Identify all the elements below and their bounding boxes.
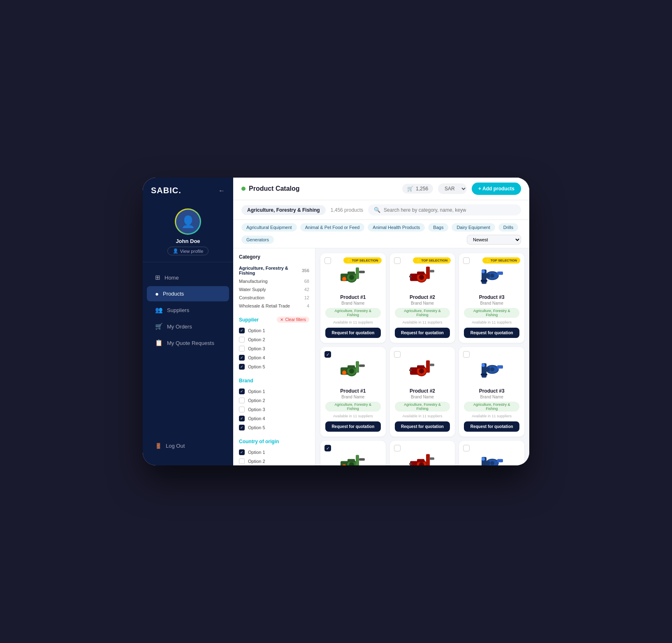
rfq-button-1-2[interactable]: Request for quotation [395, 328, 450, 338]
filter-tag-drills[interactable]: Drills [498, 223, 518, 231]
product-brand-2-3: Brand Name [464, 395, 519, 399]
svg-point-41 [482, 364, 485, 367]
svg-point-27 [342, 371, 346, 375]
supplier-checkbox-4[interactable] [239, 355, 245, 361]
svg-rect-38 [497, 365, 503, 369]
brand-option-4[interactable]: Option 4 [239, 414, 309, 423]
product-category-1-2: Agriculture, Forestry & Fishing [395, 308, 450, 318]
supplier-checkbox-2[interactable] [239, 337, 245, 342]
category-row-manufacturing[interactable]: Manufacturing 68 [239, 277, 309, 285]
country-option-1[interactable]: Option 1 [239, 448, 309, 457]
add-products-button[interactable]: + Add products [472, 183, 521, 195]
user-name: John Doe [176, 238, 200, 244]
view-profile-button[interactable]: 👤 View profile [167, 247, 209, 255]
supplier-checkbox-3[interactable] [239, 346, 245, 352]
product-checkbox-1-3[interactable] [463, 257, 470, 264]
product-category-2-1: Agriculture, Forestry & Fishing [325, 402, 381, 412]
rfq-button-1-1[interactable]: Request for quotation [325, 328, 381, 338]
svg-rect-19 [481, 280, 487, 282]
supplier-checkbox-1[interactable] [239, 328, 245, 333]
selected-category-chip[interactable]: Agriculture, Forestry & Fishing [241, 205, 326, 215]
sidebar-item-suppliers[interactable]: 👥 Suppliers [147, 302, 229, 318]
brand-checkbox-3[interactable] [239, 407, 245, 412]
supplier-option-5[interactable]: Option 5 [239, 362, 309, 371]
quote-label: My Quote Requests [167, 340, 214, 346]
sidebar-item-quote-requests[interactable]: 📋 My Quote Requests [147, 335, 229, 351]
filter-tag-agricultural[interactable]: Agricultural Equipment [241, 223, 297, 231]
product-checkbox-3-2[interactable] [394, 445, 401, 451]
filter-tag-dairy[interactable]: Dairy Equipment [452, 223, 495, 231]
brand-option-5[interactable]: Option 5 [239, 423, 309, 432]
orders-label: My Orders [167, 324, 192, 330]
product-checkbox-3-1[interactable] [324, 445, 331, 451]
supplier-option-4[interactable]: Option 4 [239, 353, 309, 362]
supplier-option-2[interactable]: Option 2 [239, 335, 309, 344]
product-checkbox-1-2[interactable] [394, 257, 401, 264]
back-button[interactable]: ← [218, 187, 225, 194]
brand-option-2[interactable]: Option 2 [239, 396, 309, 405]
rfq-button-1-3[interactable]: Request for quotation [464, 328, 519, 338]
filter-tags-row: Agricultural Equipment Animal & Pet Food… [233, 220, 529, 248]
brand-checkbox-5[interactable] [239, 425, 245, 430]
svg-rect-40 [481, 374, 487, 376]
supplier-filter-title: Supplier [239, 317, 259, 323]
content-area: Category Agriculture, Forestry & Fishing… [233, 248, 529, 465]
search-input[interactable] [384, 207, 466, 213]
category-row-wholesale[interactable]: Wholesale & Retail Trade 4 [239, 302, 309, 310]
brand-option-1[interactable]: Option 1 [239, 387, 309, 396]
filter-tag-animal-health[interactable]: Animal Health Products [368, 223, 425, 231]
category-row-agriculture[interactable]: Agriculture, Forestry & Fishing 356 [239, 264, 309, 277]
svg-rect-17 [497, 272, 503, 275]
country-checkbox-2[interactable] [239, 458, 245, 464]
svg-point-30 [419, 369, 424, 374]
country-filter-title: Country of origin [239, 439, 279, 444]
filter-tag-generators[interactable]: Generators [241, 236, 274, 244]
filter-tag-bags[interactable]: Bags [428, 223, 448, 231]
cart-icon: 🛒 [407, 186, 413, 192]
product-checkbox-1-1[interactable] [324, 257, 331, 264]
currency-selector[interactable]: SAR USD EUR [438, 183, 467, 194]
filter-tag-animal-pet[interactable]: Animal & Pet Food or Feed [300, 223, 365, 231]
svg-rect-55 [409, 463, 412, 465]
supplier-option-1[interactable]: Option 1 [239, 326, 309, 335]
suppliers-icon: 👥 [155, 306, 163, 314]
nav-items: ⊞ Home ● Products 👥 Suppliers 🛒 My Order… [143, 266, 233, 435]
product-suppliers-2-1: Available in 11 suppliers [325, 414, 381, 418]
sidebar-item-my-orders[interactable]: 🛒 My Orders [147, 319, 229, 334]
product-category-2-2: Agriculture, Forestry & Fishing [395, 402, 450, 412]
brand-checkbox-4[interactable] [239, 416, 245, 421]
rfq-button-2-3[interactable]: Request for quotation [464, 421, 519, 432]
category-row-water-supply[interactable]: Water Supply 42 [239, 285, 309, 294]
brand-checkbox-1[interactable] [239, 389, 245, 394]
product-suppliers-1-1: Available in 11 suppliers [325, 320, 381, 324]
cart-badge[interactable]: 🛒 1,256 [402, 184, 433, 194]
product-brand-1-3: Brand Name [464, 301, 519, 305]
sort-select[interactable]: Newest Oldest Price: Low to High [467, 235, 521, 245]
home-icon: ⊞ [155, 274, 160, 281]
product-checkbox-2-2[interactable] [394, 351, 401, 358]
product-card-3-2: Product #2 Brand Name [390, 441, 455, 465]
category-row-construction[interactable]: Construction 12 [239, 294, 309, 302]
sidebar-item-home[interactable]: ⊞ Home [147, 270, 229, 285]
supplier-option-3[interactable]: Option 3 [239, 344, 309, 353]
rfq-button-2-2[interactable]: Request for quotation [395, 421, 450, 432]
clear-filters-button[interactable]: ✕ Clear filters [277, 317, 309, 323]
country-option-2[interactable]: Option 2 [239, 457, 309, 465]
svg-point-60 [490, 461, 494, 465]
logo-text: SABIC. [151, 186, 181, 195]
product-card-3-3: Product #3 Brand Name [459, 441, 524, 465]
brand-option-3[interactable]: Option 3 [239, 405, 309, 414]
country-checkbox-1[interactable] [239, 449, 245, 455]
product-category-1-3: Agriculture, Forestry & Fishing [464, 308, 519, 318]
rfq-button-2-1[interactable]: Request for quotation [325, 421, 381, 432]
supplier-checkbox-5[interactable] [239, 364, 245, 370]
product-checkbox-2-3[interactable] [463, 351, 470, 358]
brand-checkbox-2[interactable] [239, 398, 245, 403]
svg-rect-52 [426, 454, 430, 466]
product-checkbox-2-1[interactable] [324, 351, 331, 358]
logout-button[interactable]: 🚪 Log Out [147, 439, 229, 453]
svg-rect-25 [348, 365, 355, 369]
product-checkbox-3-3[interactable] [463, 445, 470, 451]
sidebar-item-products[interactable]: ● Products [147, 286, 229, 301]
svg-rect-24 [356, 361, 359, 373]
